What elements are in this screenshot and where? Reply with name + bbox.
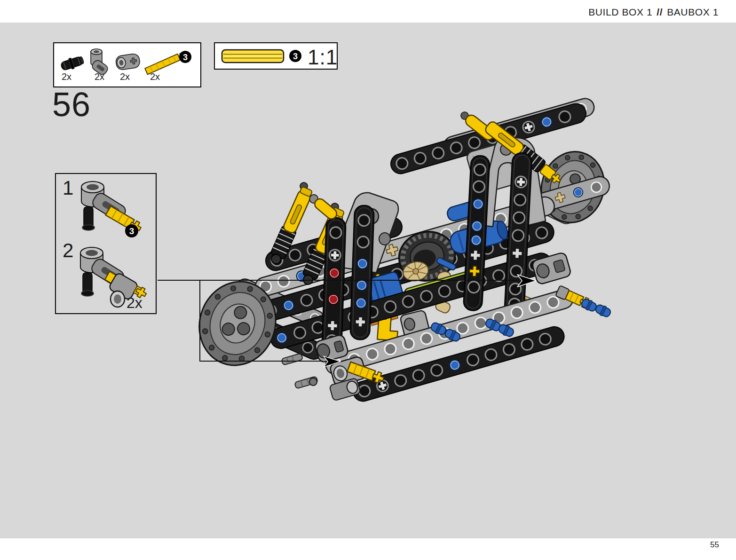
- vertical-post-red-pins: [322, 217, 346, 350]
- page-number: 55: [710, 540, 719, 550]
- vertical-post-blue-pins: [350, 205, 374, 340]
- model-illustration: [0, 0, 736, 560]
